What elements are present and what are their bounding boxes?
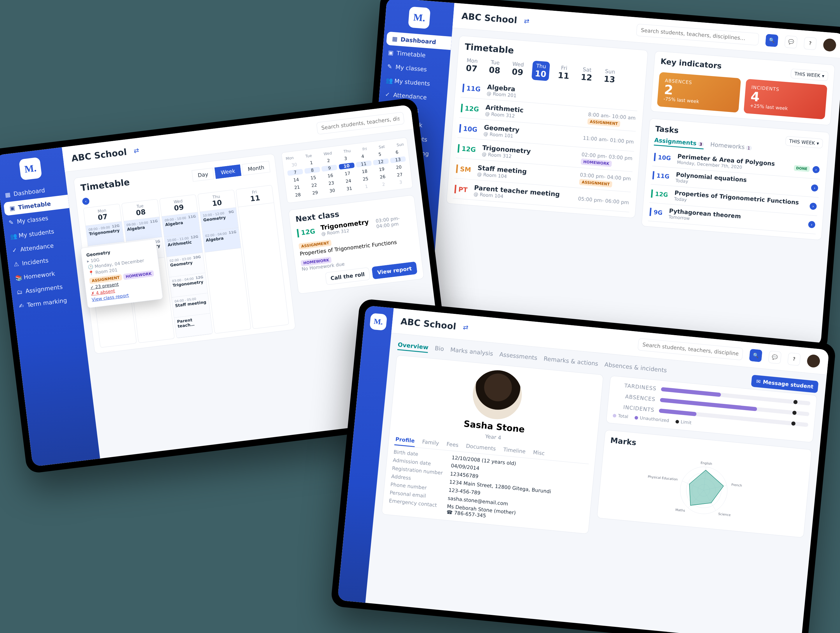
calendar-icon: ▣ <box>388 49 394 56</box>
profile-subtab[interactable]: Timeline <box>502 444 527 458</box>
kpi-incidents[interactable]: INCIDENTS 4 +25% last week <box>744 79 827 120</box>
search-input[interactable] <box>638 338 743 360</box>
calendar-day[interactable]: 13 <box>390 156 406 163</box>
week-timetable-card: Timetable Day Week Month ‹ Mon07 08:00 -… <box>73 154 296 354</box>
calendar-day[interactable]: 3 <box>338 155 354 162</box>
chat-icon: 💬 <box>788 39 794 45</box>
nav-label: Attendance <box>20 242 54 253</box>
prev-week-button[interactable]: ‹ <box>82 197 90 205</box>
view-month[interactable]: Month <box>242 161 270 175</box>
day-pill[interactable]: Sat12 <box>578 64 596 85</box>
calendar-day[interactable]: 15 <box>305 174 321 181</box>
calendar-day[interactable]: 30 <box>286 161 302 168</box>
calendar-day[interactable]: 4 <box>355 153 371 160</box>
calendar-day[interactable]: 8 <box>304 167 320 174</box>
calendar-day[interactable]: 11 <box>356 160 372 167</box>
search-input[interactable] <box>316 112 404 134</box>
student-tab[interactable]: Remarks & actions <box>543 355 598 369</box>
svg-marker-9 <box>687 469 725 508</box>
kpi-absences[interactable]: ABSENCES 2 -75% last week <box>657 72 741 113</box>
profile-subtab[interactable]: Documents <box>465 440 497 455</box>
calendar-day[interactable]: 16 <box>322 172 338 179</box>
class-popover: Geometry ▸ 10G 🕒 Monday, 04 December 📍 R… <box>81 239 163 308</box>
calendar-day[interactable]: 22 <box>306 182 322 189</box>
student-tab[interactable]: Bio <box>434 345 444 354</box>
day-pill[interactable]: Mon07 <box>463 55 481 76</box>
user-avatar[interactable] <box>823 38 837 52</box>
day-pill[interactable]: Tue08 <box>486 57 504 77</box>
calendar-day[interactable]: 6 <box>389 149 405 156</box>
homework-icon: 📚 <box>14 274 21 282</box>
school-name: ABC School <box>461 11 518 25</box>
help-button[interactable]: ? <box>788 352 801 366</box>
calendar-day[interactable]: 24 <box>340 178 357 184</box>
calendar-day[interactable]: 20 <box>391 164 407 171</box>
calendar-day[interactable]: 31 <box>341 185 357 192</box>
nav-label: Dashboard <box>401 36 436 46</box>
nav-label: Timetable <box>18 200 51 211</box>
calendar-day[interactable]: 12 <box>373 158 389 165</box>
calendar-day[interactable]: 17 <box>339 170 355 177</box>
class-time: 03:00 pm- 04:00 pm <box>375 214 412 229</box>
chat-button[interactable]: 💬 <box>768 351 782 364</box>
tasks-title: Tasks <box>655 124 679 135</box>
calendar-day[interactable]: 29 <box>307 189 323 196</box>
profile-subtab[interactable]: Fees <box>445 438 459 451</box>
calendar-day[interactable]: 2 <box>321 157 336 164</box>
view-report-button[interactable]: View report <box>372 261 417 279</box>
profile-subtab[interactable]: Profile <box>394 434 416 447</box>
calendar-day[interactable]: 30 <box>324 187 340 194</box>
day-pill[interactable]: Wed09 <box>508 59 527 79</box>
calendar-day[interactable]: 2 <box>376 181 392 188</box>
calendar-day[interactable]: 1 <box>358 183 374 190</box>
search-button[interactable]: 🔍 <box>765 34 778 47</box>
switch-school-icon[interactable]: ⇄ <box>463 323 469 331</box>
schedule-list: 11G Algebra@ Room 201 12G Arithmetic@ Ro… <box>453 79 639 212</box>
switch-school-icon[interactable]: ⇄ <box>524 17 530 25</box>
user-avatar[interactable] <box>807 354 821 368</box>
day-pill[interactable]: Sun13 <box>600 66 619 86</box>
day-pill[interactable]: Fri11 <box>554 62 573 83</box>
calendar-day[interactable]: 19 <box>374 166 390 173</box>
calendar-day[interactable]: 23 <box>323 180 339 186</box>
calendar-day[interactable]: 1 <box>303 159 319 166</box>
view-day[interactable]: Day <box>192 168 215 182</box>
tasks-period-dropdown[interactable]: THIS WEEK▾ <box>785 136 823 148</box>
help-icon: ? <box>809 41 812 46</box>
chevron-down-icon: ▾ <box>822 73 824 79</box>
student-tab[interactable]: Absences & incidents <box>604 361 667 376</box>
profile-subtab[interactable]: Family <box>421 436 440 449</box>
calendar-day[interactable]: 9 <box>321 165 338 172</box>
help-button[interactable]: ? <box>804 37 817 50</box>
calendar-day[interactable]: 26 <box>375 173 391 180</box>
student-tab[interactable]: Assessments <box>499 351 538 364</box>
calendar-day[interactable]: 18 <box>357 168 373 175</box>
search-button[interactable]: 🔍 <box>749 348 763 362</box>
calendar-slot[interactable]: 02:00 - 04:0011G Algebra <box>202 228 241 253</box>
classes-icon: ✎ <box>387 63 393 70</box>
period-dropdown[interactable]: THIS WEEK▾ <box>790 68 829 81</box>
view-week[interactable]: Week <box>215 164 241 179</box>
calendar-day[interactable]: 28 <box>290 192 306 198</box>
calendar-day[interactable]: 25 <box>358 175 374 183</box>
day-pill[interactable]: Thu10 <box>531 61 550 81</box>
dashboard-icon: ▦ <box>5 191 11 198</box>
incidents-icon: ⚠ <box>13 260 19 268</box>
calendar-slot[interactable]: Parent teach… <box>174 313 213 339</box>
calendar-day[interactable]: 21 <box>289 184 305 191</box>
student-tab[interactable]: Overview <box>397 341 429 353</box>
calendar-day[interactable]: 5 <box>372 151 388 157</box>
profile-subtab[interactable]: Misc <box>532 447 546 460</box>
calendar-day[interactable]: 14 <box>288 176 304 183</box>
search-input[interactable] <box>636 24 759 46</box>
calendar-day[interactable]: 27 <box>392 172 408 178</box>
student-portrait <box>471 368 524 421</box>
calendar-day[interactable]: 3 <box>393 179 409 186</box>
chat-button[interactable]: 💬 <box>784 35 797 48</box>
student-tab[interactable]: Marks analysis <box>450 346 493 359</box>
calendar-day[interactable]: 10 <box>339 163 355 170</box>
marks-card: Marks English French Science Maths <box>597 430 812 538</box>
switch-school-icon[interactable]: ⇄ <box>133 146 139 154</box>
call-roll-button[interactable]: Call the roll <box>325 267 370 285</box>
calendar-day[interactable]: 7 <box>287 169 303 176</box>
